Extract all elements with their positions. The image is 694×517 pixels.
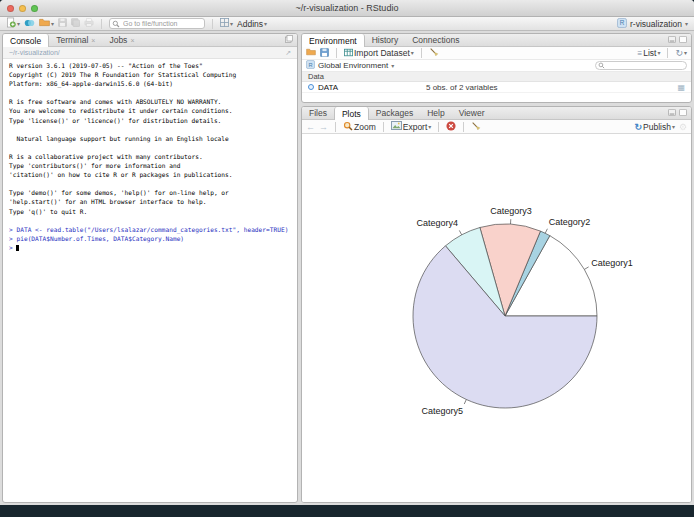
export-plot-button[interactable]: Export ▾ bbox=[391, 121, 432, 132]
publish-plot-button[interactable]: ↻ Publish ▾ bbox=[634, 122, 674, 132]
clear-workspace-button[interactable] bbox=[429, 47, 439, 59]
object-expand-icon[interactable] bbox=[308, 84, 314, 90]
console-line: Natural language support but running in … bbox=[9, 134, 297, 143]
console-line: Type 'demo()' for some demos, 'help()' f… bbox=[9, 188, 297, 197]
plots-panel: Files Plots Packages Help Viewer bbox=[301, 106, 692, 503]
new-project-icon bbox=[24, 18, 35, 30]
pie-label-tick bbox=[584, 267, 588, 270]
console-panel: Console Terminal × Jobs × ~/r-visualizat… bbox=[2, 33, 298, 503]
remove-plot-button[interactable] bbox=[446, 121, 456, 133]
clear-plots-button[interactable] bbox=[471, 121, 481, 133]
view-table-icon[interactable]: ▦ bbox=[677, 83, 685, 92]
new-file-button[interactable]: ▾ bbox=[6, 17, 20, 30]
environment-search-input[interactable] bbox=[595, 61, 687, 70]
load-workspace-button[interactable] bbox=[306, 48, 316, 58]
project-menu[interactable]: R r-visualization ▾ bbox=[617, 18, 688, 30]
zoom-plot-button[interactable]: Zoom bbox=[343, 121, 376, 133]
tab-label: Packages bbox=[376, 108, 413, 118]
publish-label: Publish bbox=[643, 122, 671, 132]
panel-window-buttons bbox=[664, 107, 691, 119]
remove-plot-icon bbox=[446, 121, 456, 133]
caret-down-icon: ▾ bbox=[264, 21, 267, 27]
environment-object-list: DATA5 obs. of 2 variables▦ bbox=[302, 82, 691, 93]
console-line: Type 'contributors()' for more informati… bbox=[9, 161, 297, 170]
search-icon bbox=[598, 62, 605, 71]
tab-label: Terminal bbox=[56, 35, 88, 45]
tab-files[interactable]: Files bbox=[302, 107, 334, 119]
addins-menu[interactable]: Addins ▾ bbox=[237, 19, 267, 29]
tab-connections[interactable]: Connections bbox=[405, 34, 466, 46]
console-line: R is a collaborative project with many c… bbox=[9, 152, 297, 161]
tab-console[interactable]: Console bbox=[3, 34, 49, 47]
console-line bbox=[9, 216, 297, 225]
open-file-button[interactable]: ▾ bbox=[39, 18, 54, 29]
tab-label: Help bbox=[427, 108, 444, 118]
tab-environment[interactable]: Environment bbox=[302, 34, 365, 47]
previous-plot-button[interactable]: ← bbox=[306, 122, 315, 132]
minimize-panel-icon[interactable] bbox=[668, 35, 676, 45]
toolbar-separator bbox=[463, 122, 464, 132]
close-icon[interactable]: × bbox=[130, 37, 134, 44]
maximize-panel-icon[interactable] bbox=[285, 35, 293, 45]
tab-label: History bbox=[372, 35, 398, 45]
pie-label-tick bbox=[459, 230, 461, 234]
toolbar-separator bbox=[336, 48, 337, 58]
pane-grid-icon bbox=[220, 18, 229, 29]
tab-viewer[interactable]: Viewer bbox=[452, 107, 492, 119]
next-plot-button[interactable]: → bbox=[319, 122, 328, 132]
minimize-window-icon[interactable] bbox=[19, 5, 26, 12]
print-button[interactable] bbox=[84, 18, 94, 29]
export-label: Export bbox=[403, 122, 428, 132]
maximize-panel-icon[interactable] bbox=[679, 108, 687, 118]
tab-jobs[interactable]: Jobs × bbox=[102, 34, 141, 46]
tab-label: Jobs bbox=[109, 35, 127, 45]
toolbar-separator bbox=[335, 122, 336, 132]
caret-down-icon: ▾ bbox=[428, 124, 431, 130]
pane-layout-button[interactable]: ▾ bbox=[220, 18, 233, 29]
caret-down-icon: ▾ bbox=[51, 21, 54, 27]
open-in-new-window-icon[interactable]: ↗ bbox=[285, 49, 291, 57]
working-directory[interactable]: ~/r-visualization/ bbox=[9, 49, 60, 56]
environment-panel: Environment History Connections bbox=[301, 33, 692, 103]
zoom-window-icon[interactable] bbox=[31, 5, 38, 12]
close-window-icon[interactable] bbox=[7, 5, 14, 12]
tab-packages[interactable]: Packages bbox=[369, 107, 420, 119]
save-button[interactable] bbox=[58, 18, 67, 29]
save-all-button[interactable] bbox=[71, 18, 80, 29]
console-line: Type 'q()' to quit R. bbox=[9, 207, 297, 216]
maximize-panel-icon[interactable] bbox=[679, 35, 687, 45]
environment-tabbar: Environment History Connections bbox=[302, 34, 691, 47]
console-line bbox=[9, 125, 297, 134]
minimize-panel-icon[interactable] bbox=[668, 108, 676, 118]
console-line bbox=[9, 143, 297, 152]
plots-settings-button[interactable]: ⚙ bbox=[679, 122, 687, 132]
tab-terminal[interactable]: Terminal × bbox=[49, 34, 102, 46]
caret-down-icon: ▾ bbox=[391, 63, 394, 69]
caret-down-icon: ▾ bbox=[17, 21, 20, 27]
close-icon[interactable]: × bbox=[91, 37, 95, 44]
environment-object-row[interactable]: DATA5 obs. of 2 variables▦ bbox=[302, 82, 691, 93]
console-line bbox=[9, 88, 297, 97]
tab-help[interactable]: Help bbox=[420, 107, 451, 119]
tab-history[interactable]: History bbox=[365, 34, 405, 46]
environment-section-header: Data bbox=[302, 72, 691, 82]
save-all-icon bbox=[71, 18, 80, 29]
pie-label: Category2 bbox=[549, 217, 591, 227]
environment-scope-label[interactable]: Global Environment bbox=[318, 61, 388, 70]
pie-label: Category1 bbox=[591, 258, 633, 268]
broom-icon bbox=[471, 121, 481, 133]
save-icon bbox=[320, 48, 329, 59]
window-title: ~/r-visualization - RStudio bbox=[0, 3, 694, 13]
tab-plots[interactable]: Plots bbox=[334, 107, 369, 120]
console-output[interactable]: R version 3.6.1 (2019-07-05) -- "Action … bbox=[3, 59, 297, 502]
toolbar-separator bbox=[438, 122, 439, 132]
toolbar-separator bbox=[383, 122, 384, 132]
goto-file-input[interactable] bbox=[109, 18, 205, 29]
import-dataset-button[interactable]: Import Dataset ▾ bbox=[344, 48, 414, 59]
list-view-button[interactable]: ≡ List ▾ bbox=[638, 48, 661, 58]
save-workspace-button[interactable] bbox=[320, 48, 329, 59]
refresh-icon: ↻ bbox=[675, 48, 683, 58]
new-project-button[interactable] bbox=[24, 18, 35, 30]
refresh-environment-button[interactable]: ↻ ▾ bbox=[675, 48, 687, 58]
toolbar-separator bbox=[667, 48, 668, 58]
